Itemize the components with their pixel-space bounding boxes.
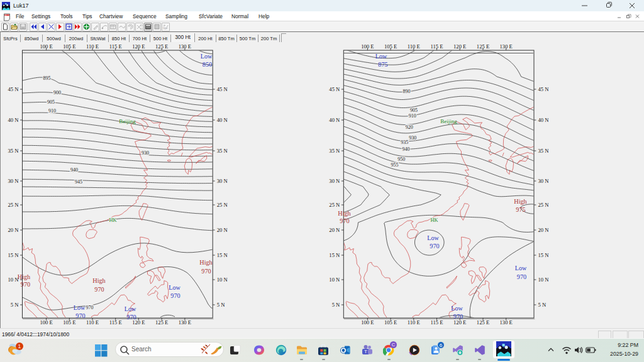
svg-text:850: 850 (203, 61, 212, 68)
svg-text:910: 910 (48, 108, 56, 114)
svg-text:970: 970 (430, 243, 439, 250)
svg-text:970: 970 (94, 286, 104, 293)
svg-text:Low: Low (125, 305, 136, 312)
svg-text:970: 970 (517, 273, 526, 280)
svg-text:10 N: 10 N (538, 277, 550, 283)
svg-text:20 N: 20 N (8, 227, 19, 233)
svg-text:30 N: 30 N (217, 178, 228, 184)
svg-text:5 N: 5 N (332, 302, 340, 308)
svg-text:40 N: 40 N (8, 117, 19, 123)
svg-text:100 E: 100 E (361, 43, 374, 50)
svg-text:970: 970 (126, 314, 136, 321)
svg-text:970: 970 (453, 313, 463, 320)
svg-text:Low: Low (74, 304, 86, 311)
svg-text:High: High (199, 259, 212, 266)
svg-text:120 E: 120 E (453, 319, 466, 326)
svg-text:930: 930 (409, 135, 416, 141)
svg-text:125 E: 125 E (155, 43, 168, 50)
svg-text:940: 940 (70, 167, 78, 173)
svg-text:15 N: 15 N (329, 252, 340, 258)
svg-text:Low: Low (201, 53, 213, 60)
svg-text:920: 920 (406, 124, 413, 130)
svg-text:110 E: 110 E (408, 319, 420, 326)
svg-text:970: 970 (170, 292, 180, 299)
svg-text:975: 975 (516, 206, 525, 213)
svg-text:105 E: 105 E (384, 43, 397, 50)
svg-text:5 N: 5 N (11, 302, 19, 308)
svg-text:125 E: 125 E (477, 43, 489, 50)
svg-text:940: 940 (402, 146, 409, 152)
svg-text:945: 945 (75, 179, 82, 185)
svg-text:25 N: 25 N (538, 202, 550, 208)
svg-text:35 N: 35 N (8, 148, 19, 154)
svg-text:30 N: 30 N (8, 178, 19, 184)
svg-text:35 N: 35 N (217, 148, 228, 154)
svg-text:905: 905 (47, 99, 55, 105)
svg-text:HK: HK (109, 217, 116, 223)
svg-text:20 N: 20 N (217, 227, 228, 233)
svg-text:955: 955 (391, 162, 399, 168)
svg-text:900: 900 (53, 90, 61, 96)
svg-text:45 N: 45 N (8, 86, 19, 92)
svg-text:Low: Low (451, 305, 463, 312)
svg-text:25 N: 25 N (329, 202, 340, 208)
svg-text:High: High (338, 210, 350, 217)
svg-text:115 E: 115 E (431, 319, 443, 326)
svg-text:875: 875 (378, 61, 387, 68)
svg-text:970: 970 (201, 268, 211, 275)
svg-text:890: 890 (403, 89, 411, 94)
svg-text:115 E: 115 E (109, 319, 122, 326)
svg-text:High: High (514, 198, 526, 205)
svg-text:970: 970 (340, 217, 349, 224)
svg-text:20 N: 20 N (538, 227, 550, 233)
svg-text:High: High (92, 277, 105, 284)
svg-text:Low: Low (515, 265, 527, 272)
svg-text:110 E: 110 E (86, 43, 99, 50)
svg-text:T: T (364, 349, 367, 354)
svg-text:110 E: 110 E (86, 319, 99, 326)
svg-text:910: 910 (409, 113, 416, 119)
svg-text:Beijing: Beijing (440, 118, 457, 124)
svg-text:100 E: 100 E (40, 43, 52, 50)
svg-text:15 N: 15 N (8, 252, 19, 258)
svg-text:125 E: 125 E (155, 319, 168, 326)
svg-text:130 E: 130 E (179, 43, 191, 50)
svg-text:950: 950 (397, 156, 405, 162)
svg-text:5 N: 5 N (217, 302, 225, 308)
svg-text:40 N: 40 N (538, 117, 550, 123)
svg-text:100 E: 100 E (40, 319, 52, 326)
svg-text:35 N: 35 N (329, 148, 340, 154)
svg-text:970: 970 (75, 312, 85, 319)
svg-text:100 E: 100 E (361, 319, 374, 326)
svg-text:%: % (163, 26, 167, 30)
svg-text:10 N: 10 N (329, 277, 340, 283)
svg-text:935: 935 (401, 140, 408, 145)
svg-text:30 N: 30 N (538, 178, 550, 184)
svg-text:130 E: 130 E (500, 319, 513, 326)
svg-text:970: 970 (21, 281, 30, 288)
svg-text:115 E: 115 E (109, 43, 122, 50)
svg-text:130 E: 130 E (179, 319, 191, 326)
svg-text:130 E: 130 E (500, 43, 513, 50)
svg-text:45 N: 45 N (329, 86, 340, 92)
svg-text:35 N: 35 N (538, 148, 550, 154)
svg-text:Low: Low (375, 53, 387, 60)
svg-text:15 N: 15 N (217, 252, 228, 258)
svg-text:905: 905 (410, 107, 418, 113)
svg-text:40 N: 40 N (217, 117, 228, 123)
svg-text:115 E: 115 E (431, 43, 443, 50)
svg-text:Beijing: Beijing (119, 118, 136, 124)
svg-text:30 N: 30 N (329, 178, 340, 184)
svg-text:125 E: 125 E (477, 319, 489, 326)
svg-text:970: 970 (86, 305, 94, 310)
svg-text:25 N: 25 N (8, 202, 19, 208)
svg-text:105 E: 105 E (384, 319, 397, 326)
svg-text:15 N: 15 N (538, 252, 550, 258)
svg-text:105 E: 105 E (63, 43, 75, 50)
svg-text:HK: HK (430, 217, 438, 223)
svg-text:120 E: 120 E (453, 43, 466, 50)
svg-text:45 N: 45 N (217, 86, 228, 92)
svg-text:45 N: 45 N (538, 86, 550, 92)
svg-text:10 N: 10 N (217, 277, 228, 283)
svg-text:High: High (18, 273, 30, 280)
